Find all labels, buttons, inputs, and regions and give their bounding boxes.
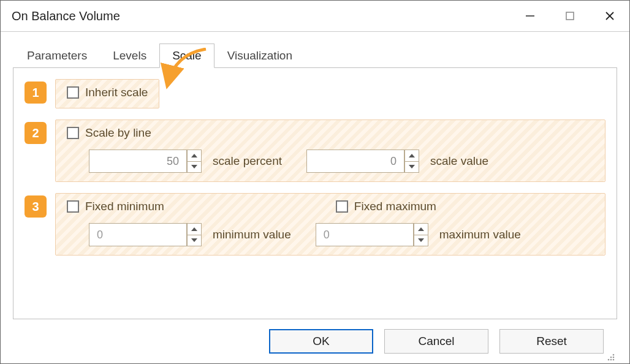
minimum-up[interactable]: [187, 223, 202, 235]
tab-bar: Parameters Levels Scale Visualization: [14, 43, 617, 67]
scale-by-line-fields: scale percent scale value: [67, 150, 594, 173]
svg-point-7: [608, 359, 610, 361]
chevron-up-icon: [191, 227, 197, 231]
fixed-fields: minimum value maximum value: [67, 223, 594, 246]
dialog-window: On Balance Volume Parameters Levels: [0, 0, 630, 364]
tab-panel-scale: 1 Inherit scale 2 Scale by line: [13, 67, 617, 319]
scale-by-line-checkbox[interactable]: [67, 127, 79, 139]
chevron-up-icon: [418, 227, 424, 231]
close-icon: [605, 11, 615, 21]
scale-value-numbox: [306, 150, 419, 173]
tab-scale[interactable]: Scale: [159, 44, 214, 68]
window-title: On Balance Volume: [12, 9, 510, 23]
chevron-up-icon: [191, 154, 197, 157]
fixed-maximum-option: Fixed maximum: [336, 200, 436, 213]
maximum-up[interactable]: [414, 223, 428, 235]
maximum-field: maximum value: [316, 223, 521, 246]
minimize-icon: [525, 10, 536, 21]
scale-value-spinner: [404, 150, 419, 173]
maximum-spinner: [414, 223, 428, 246]
scale-percent-spinner: [187, 150, 202, 173]
section-scale-by-line: Scale by line scale percent: [55, 119, 605, 182]
scale-percent-field: scale percent: [89, 150, 282, 173]
scale-value-field: scale value: [306, 150, 488, 173]
maximum-numbox: [316, 223, 428, 246]
ok-button[interactable]: OK: [269, 329, 373, 354]
scale-percent-numbox: [89, 150, 202, 173]
fixed-checks: Fixed minimum Fixed maximum: [67, 200, 594, 213]
scale-value-up[interactable]: [404, 150, 419, 161]
dialog-footer: OK Cancel Reset: [13, 319, 617, 363]
fixed-maximum-label: Fixed maximum: [354, 200, 436, 213]
client-area: Parameters Levels Scale Visualization 1 …: [1, 31, 629, 363]
fixed-minimum-checkbox[interactable]: [67, 200, 79, 213]
resize-grip-icon[interactable]: [606, 352, 615, 361]
svg-point-6: [613, 357, 615, 358]
badge-2: 2: [25, 122, 47, 144]
chevron-down-icon: [191, 238, 197, 242]
inherit-scale-option: Inherit scale: [67, 86, 148, 99]
badge-3: 3: [25, 195, 47, 218]
minimum-field: minimum value: [89, 223, 291, 246]
tab-parameters[interactable]: Parameters: [14, 44, 100, 68]
svg-point-8: [610, 359, 612, 361]
scale-value-label: scale value: [430, 154, 488, 168]
maximize-icon: [566, 12, 574, 20]
svg-point-5: [610, 357, 612, 358]
scale-percent-up[interactable]: [187, 150, 202, 161]
inherit-scale-label: Inherit scale: [85, 86, 148, 99]
chevron-down-icon: [418, 238, 424, 242]
svg-point-4: [613, 354, 615, 356]
maximum-label: maximum value: [439, 228, 521, 241]
scale-by-line-label: Scale by line: [85, 126, 151, 140]
fixed-maximum-checkbox[interactable]: [336, 200, 348, 213]
svg-point-9: [613, 359, 615, 361]
section-inherit: Inherit scale: [55, 79, 159, 108]
minimum-numbox: [89, 223, 202, 246]
minimum-spinner: [187, 223, 202, 246]
row-inherit: 1 Inherit scale: [25, 79, 605, 108]
close-button[interactable]: [590, 1, 629, 31]
scale-percent-label: scale percent: [213, 154, 282, 168]
cancel-button[interactable]: Cancel: [384, 329, 488, 354]
tab-visualization[interactable]: Visualization: [214, 44, 305, 68]
minimum-label: minimum value: [213, 228, 291, 241]
maximum-input[interactable]: [316, 223, 414, 246]
scale-percent-input[interactable]: [89, 150, 187, 173]
chevron-down-icon: [191, 165, 197, 169]
scale-value-down[interactable]: [404, 161, 419, 173]
minimum-down[interactable]: [187, 235, 202, 247]
badge-1: 1: [25, 82, 47, 104]
row-scale-by-line: 2 Scale by line: [25, 119, 605, 182]
svg-rect-1: [566, 12, 574, 20]
section-fixed: Fixed minimum Fixed maximum: [55, 193, 605, 256]
maximum-down[interactable]: [414, 235, 428, 247]
maximize-button[interactable]: [550, 1, 590, 31]
reset-button[interactable]: Reset: [499, 329, 604, 354]
fixed-minimum-label: Fixed minimum: [85, 200, 164, 213]
chevron-up-icon: [409, 154, 415, 157]
window-controls: [510, 1, 629, 31]
scale-by-line-option: Scale by line: [67, 126, 594, 140]
chevron-down-icon: [409, 165, 415, 169]
fixed-minimum-option: Fixed minimum: [67, 200, 164, 213]
inherit-scale-checkbox[interactable]: [67, 86, 79, 99]
scale-percent-down[interactable]: [187, 161, 202, 173]
tab-levels[interactable]: Levels: [100, 44, 159, 68]
minimize-button[interactable]: [510, 1, 550, 31]
titlebar: On Balance Volume: [1, 1, 629, 31]
row-fixed: 3 Fixed minimum Fixed maximum: [25, 193, 605, 256]
scale-value-input[interactable]: [306, 150, 404, 173]
minimum-input[interactable]: [89, 223, 187, 246]
